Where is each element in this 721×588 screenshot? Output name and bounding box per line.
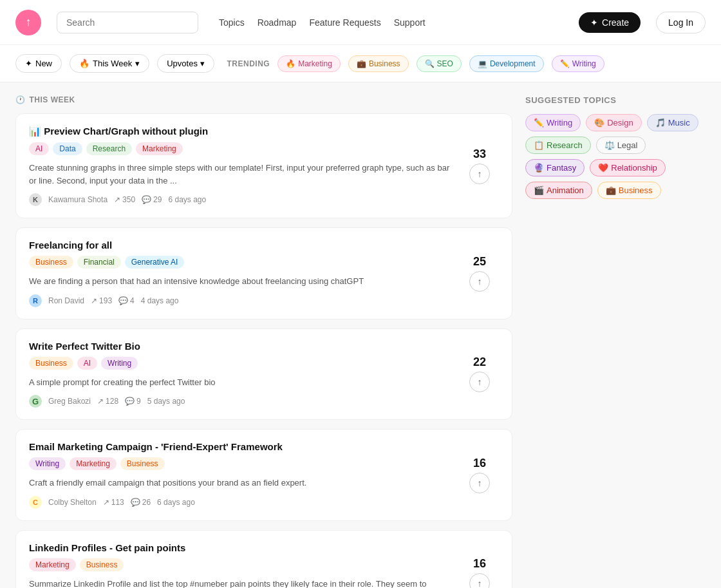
seo-icon: 🔍 [425,59,435,68]
suggested-tag-relationship[interactable]: ❤️ Relationship [590,159,666,176]
vote-box: 22 ↑ [460,341,499,408]
writing-icon: ✏️ [560,59,570,68]
post-feed: 🕐 THIS WEEK 📊 Preview Chart/Graph withou… [15,95,512,588]
vote-box: 25 ↑ [460,240,499,307]
tag-marketing[interactable]: Marketing [70,457,117,470]
nav-topics[interactable]: Topics [219,17,245,28]
post-title[interactable]: Linkedin Profiles - Get pain points [29,542,450,553]
header: ↑ Topics Roadmap Feature Requests Suppor… [0,0,721,45]
logo-icon[interactable]: ↑ [15,10,41,35]
post-content: 📊 Preview Chart/Graph without plugin AI … [29,126,450,206]
post-description: Summarize Linkedin Profile and list the … [29,578,450,589]
this-week-filter-button[interactable]: 🔥 This Week ▾ [70,54,149,73]
trend-tag-marketing[interactable]: 🔥 Marketing [277,55,341,72]
nav-links: Topics Roadmap Feature Requests Support [219,17,426,28]
post-title[interactable]: Email Marketing Campaign - 'Friend-Exper… [29,441,450,452]
filter-bar: ✦ New 🔥 This Week ▾ Upvotes ▾ TRENDING 🔥… [0,45,721,82]
tag-writing[interactable]: Writing [29,457,66,470]
vote-count: 33 [473,147,486,161]
create-button[interactable]: ✦ Create [579,12,641,33]
vote-box: 16 ↑ [460,441,499,509]
vote-count: 25 [473,255,486,269]
vote-count: 22 [473,356,486,369]
suggested-tag-music[interactable]: 🎵 Music [647,114,698,131]
author-name: Kawamura Shota [48,195,108,204]
suggested-topics-title: SUGGESTED TOPICS [525,95,706,105]
trend-tag-business[interactable]: 💼 Business [348,55,409,72]
upvote-button[interactable]: ↑ [469,372,490,392]
suggested-tag-legal[interactable]: ⚖️ Legal [596,137,646,154]
author-name: Ron David [48,296,84,305]
sparkle-icon: ✦ [25,59,32,68]
trend-tag-writing[interactable]: ✏️ Writing [552,55,604,72]
suggested-tags: ✏️ Writing 🎨 Design 🎵 Music 📋 Research ⚖… [525,114,706,199]
avatar: C [29,496,42,509]
post-content: Write Perfect Twitter Bio Business AI Wr… [29,341,450,408]
post-title[interactable]: Write Perfect Twitter Bio [29,341,450,352]
tag-marketing[interactable]: Marketing [136,142,183,155]
upvote-button[interactable]: ↑ [469,271,490,292]
share-count: ↗ 350 [114,195,135,204]
author-name: Colby Shelton [48,498,97,507]
post-title[interactable]: Freelancing for all [29,240,450,251]
post-description: We are finding a person that had an inte… [29,275,450,288]
upvotes-sort-button[interactable]: Upvotes ▾ [157,54,214,73]
suggested-tag-design[interactable]: 🎨 Design [586,114,641,131]
upvote-button[interactable]: ↑ [469,473,490,493]
nav-feature-requests[interactable]: Feature Requests [309,17,380,28]
post-card: Linkedin Profiles - Get pain points Mark… [15,530,512,589]
suggested-tag-research[interactable]: 📋 Research [525,137,591,154]
post-meta: G Greg Bakozi ↗ 128 💬 9 5 days ago [29,395,450,408]
sidebar: SUGGESTED TOPICS ✏️ Writing 🎨 Design 🎵 M… [525,95,706,588]
trend-tag-seo[interactable]: 🔍 SEO [417,55,462,72]
comment-count: 💬 4 [118,296,135,305]
post-tags: AI Data Research Marketing [29,142,450,155]
tag-business[interactable]: Business [80,558,124,571]
post-description: Craft a friendly email campaign that pos… [29,477,450,489]
share-count: ↗ 128 [97,397,118,406]
tag-ai[interactable]: AI [77,357,97,370]
share-count: ↗ 113 [103,498,124,507]
new-filter-button[interactable]: ✦ New [15,54,62,73]
tag-business[interactable]: Business [120,457,165,470]
post-content: Freelancing for all Business Financial G… [29,240,450,307]
suggested-tag-business[interactable]: 💼 Business [597,182,661,199]
clock-icon: 🕐 [15,95,26,104]
tag-business[interactable]: Business [29,256,73,269]
post-title[interactable]: 📊 Preview Chart/Graph without plugin [29,126,450,137]
post-tags: Marketing Business [29,558,450,571]
comment-count: 💬 9 [125,397,141,406]
suggested-tag-fantasy[interactable]: 🔮 Fantasy [525,159,585,176]
tag-marketing[interactable]: Marketing [29,558,76,571]
login-button[interactable]: Log In [656,12,706,33]
comment-count: 💬 26 [131,498,151,507]
vote-box: 33 ↑ [460,126,499,206]
tag-writing[interactable]: Writing [101,357,138,370]
trend-tag-development[interactable]: 💻 Development [469,55,544,72]
chevron-down-icon: ▾ [135,59,140,68]
avatar: K [29,193,42,206]
suggested-tag-animation[interactable]: 🎬 Animation [525,182,592,199]
upvote-button[interactable]: ↑ [469,164,490,184]
chevron-down-icon: ▾ [200,59,205,68]
post-time: 6 days ago [157,498,195,507]
tag-genai[interactable]: Generative AI [125,256,185,269]
nav-support[interactable]: Support [394,17,426,28]
tag-research[interactable]: Research [86,142,132,155]
tag-ai[interactable]: AI [29,142,49,155]
trending-label: TRENDING [227,59,270,68]
tag-business[interactable]: Business [29,357,73,370]
nav-roadmap[interactable]: Roadmap [258,17,297,28]
comment-count: 💬 29 [142,195,162,204]
suggested-tag-writing[interactable]: ✏️ Writing [525,114,581,131]
post-description: A simple prompt for creating the perfect… [29,376,450,389]
upvote-button[interactable]: ↑ [469,573,490,588]
fire-icon: 🔥 [79,59,89,68]
avatar: G [29,395,42,408]
post-description: Create stunning graphs in three simple s… [29,162,450,187]
tag-financial[interactable]: Financial [77,256,121,269]
post-meta: C Colby Shelton ↗ 113 💬 26 6 days ago [29,496,450,509]
search-input[interactable] [57,12,198,33]
post-time: 6 days ago [168,195,206,204]
tag-data[interactable]: Data [53,142,82,155]
